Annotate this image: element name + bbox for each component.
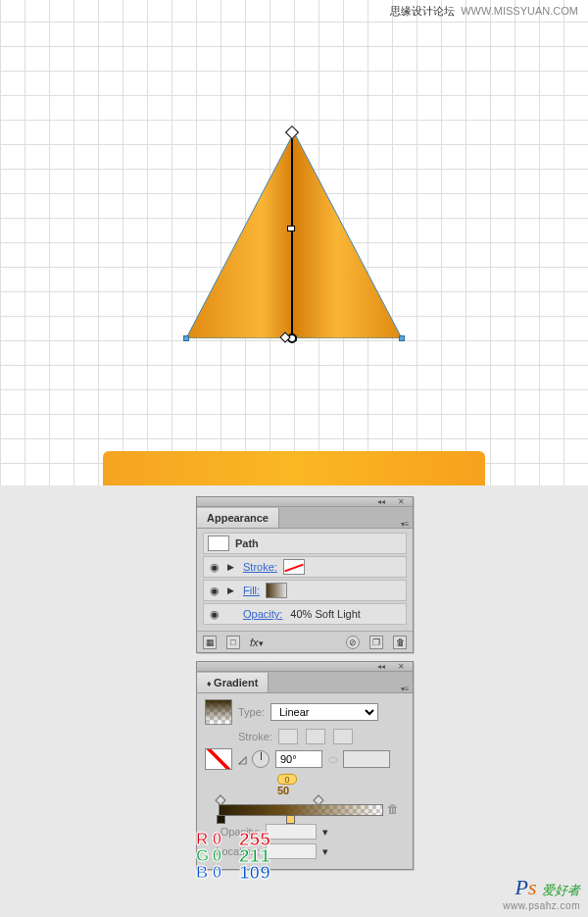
target-thumbnail — [208, 535, 229, 551]
watermark-top: 思缘设计论坛 WWW.MISSYUAN.COM — [390, 4, 578, 19]
gradient-ramp[interactable]: 🗑 — [205, 800, 401, 820]
reverse-fill-stroke[interactable] — [205, 748, 232, 770]
g-left-value: 0 — [213, 847, 224, 864]
opacity-row[interactable]: ◉ Opacity: 40% Soft Light — [203, 603, 407, 625]
disclosure-triangle-icon[interactable]: ▶ — [227, 562, 237, 572]
trash-icon[interactable]: 🗑 — [393, 636, 407, 649]
secondary-orange-shape — [103, 451, 485, 485]
fill-row[interactable]: ◉ ▶ Fill: — [203, 580, 407, 601]
gradient-type-select[interactable]: Linear — [270, 703, 378, 721]
panel-controls: ◂◂ ✕ — [197, 497, 413, 507]
gradient-annotator[interactable] — [291, 132, 293, 338]
b-label: B — [196, 864, 208, 881]
stroke-grad-along-button — [306, 729, 325, 744]
panel-collapse-icon[interactable]: ◂◂ — [373, 663, 389, 671]
panel-menu-icon[interactable]: ▾≡ — [397, 520, 413, 528]
gradient-bar[interactable] — [219, 804, 383, 816]
visibility-eye-icon[interactable]: ◉ — [208, 585, 221, 597]
midpoint-value: 50 — [277, 785, 289, 796]
fill-gradient-swatch[interactable] — [266, 583, 287, 598]
aspect-icon: ⬭ — [328, 753, 337, 766]
fill-label[interactable]: Fill: — [243, 585, 260, 596]
stroke-label[interactable]: Stroke: — [243, 561, 277, 573]
add-effect-button[interactable]: fx▾ — [250, 637, 264, 648]
canvas-grid[interactable] — [0, 0, 588, 485]
rgb-annotation-overlay: R 0 G 0 B 0 — [196, 831, 224, 881]
anchor-point-bottom-right[interactable] — [399, 335, 405, 341]
panel-collapse-icon[interactable]: ◂◂ — [373, 498, 389, 506]
stroke-none-swatch[interactable] — [283, 559, 305, 575]
new-art-check-icon[interactable]: ▦ — [203, 636, 217, 649]
b-value: 109 — [239, 864, 270, 881]
stroke-row[interactable]: ◉ ▶ Stroke: — [203, 556, 407, 578]
aspect-input — [343, 750, 390, 768]
appearance-footer: ▦ □ fx▾ ⊘ ❐ 🗑 — [197, 631, 413, 652]
gradient-preview-swatch[interactable] — [205, 699, 232, 725]
target-name: Path — [235, 537, 259, 549]
opacity-value: 40% Soft Light — [290, 608, 361, 620]
not-allowed-icon[interactable]: ⊘ — [346, 636, 360, 649]
angle-dial[interactable] — [252, 750, 270, 768]
dropdown-icon[interactable]: ▾ — [322, 826, 328, 839]
g-label: G — [196, 847, 208, 864]
anchor-point-bottom-left[interactable] — [183, 335, 189, 341]
selected-cone-path[interactable] — [186, 132, 402, 338]
midpoint-readout: 0 — [277, 774, 405, 785]
stroke-grad-across-button — [333, 729, 353, 744]
dropdown-icon[interactable]: ▾ — [322, 845, 328, 858]
stop-opacity-field[interactable] — [266, 824, 317, 840]
appearance-target-row[interactable]: Path — [203, 533, 407, 554]
b-left-value: 0 — [213, 864, 224, 881]
stop-location-field[interactable] — [266, 843, 317, 859]
panel-close-icon[interactable]: ✕ — [393, 663, 409, 671]
color-stop-1[interactable] — [217, 815, 225, 824]
midpoint-bubble: 0 — [277, 774, 297, 785]
appearance-tab[interactable]: Appearance — [197, 508, 279, 528]
visibility-eye-icon[interactable]: ◉ — [208, 561, 221, 574]
gradient-mid-handle[interactable] — [287, 226, 295, 231]
rgb-highlight-overlay: 255 211 109 — [239, 831, 270, 881]
panel-menu-icon[interactable]: ▾≡ — [397, 685, 413, 692]
r-left-value: 0 — [213, 831, 224, 847]
panel-controls: ◂◂ ✕ — [197, 662, 413, 672]
stroke-grad-within-button — [278, 729, 298, 744]
color-stop-2[interactable] — [286, 815, 295, 824]
stroke-gradient-label: Stroke: — [238, 731, 272, 742]
type-label: Type: — [238, 706, 265, 718]
gradient-panel: ◂◂ ✕ ♦ Gradient ▾≡ Type: Linear Stroke: — [196, 661, 414, 870]
duplicate-icon[interactable]: ❐ — [369, 636, 383, 649]
watermark-bottom-right: Ps 爱好者 www.psahz.com — [503, 875, 580, 911]
angle-input[interactable] — [275, 750, 322, 768]
delete-stop-trash-icon[interactable]: 🗑 — [387, 802, 401, 816]
opacity-label[interactable]: Opacity: — [243, 608, 282, 620]
angle-icon: ◿ — [238, 753, 246, 766]
clear-appearance-icon[interactable]: □ — [226, 636, 240, 649]
disclosure-triangle-icon[interactable]: ▶ — [227, 586, 237, 595]
gradient-tab[interactable]: ♦ Gradient — [197, 673, 269, 692]
r-label: R — [196, 831, 208, 847]
visibility-eye-icon[interactable]: ◉ — [208, 608, 221, 621]
appearance-panel: ◂◂ ✕ Appearance ▾≡ Path ◉ ▶ Stroke: ◉ ▶ … — [196, 496, 414, 653]
panel-close-icon[interactable]: ✕ — [393, 498, 409, 506]
